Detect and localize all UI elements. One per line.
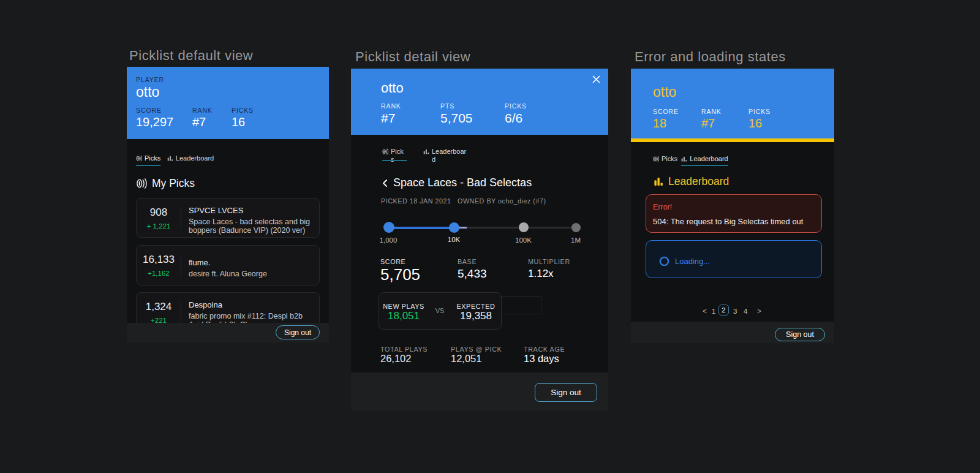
slider-stop-100k[interactable] xyxy=(519,222,529,232)
slider-stop-1000[interactable] xyxy=(383,222,394,233)
pagination-page-1[interactable]: 1 xyxy=(712,308,715,315)
track-age-label: TRACK AGE xyxy=(524,346,565,353)
back-chevron-icon[interactable] xyxy=(381,179,389,187)
player-header-card: otto RANK #7 PTS 5,705 PICKS 6/6 xyxy=(351,69,608,135)
rank-label: RANK xyxy=(381,102,401,110)
sign-out-button[interactable]: Sign out xyxy=(276,325,320,339)
compare-box: NEW PLAYS 18,051 VS EXPECTED 19,358 xyxy=(379,292,502,330)
pts-label: PTS xyxy=(440,102,454,110)
slider-label-10k: 10K xyxy=(448,236,460,243)
player-label: PLAYER xyxy=(136,76,164,83)
pagination-page-2-active[interactable]: 2 xyxy=(718,305,729,316)
track-detail-title: Space Laces - Bad Selectas xyxy=(393,176,532,189)
panel1-footer: Sign out xyxy=(127,323,329,342)
score-value: 18 xyxy=(653,116,666,131)
slider-handle-10k[interactable] xyxy=(449,222,459,233)
track-age-value: 13 days xyxy=(524,353,559,365)
player-name: otto xyxy=(136,84,159,100)
spinner-icon xyxy=(659,256,669,267)
active-tab-underline xyxy=(382,160,407,162)
multiplier-value: 1.12x xyxy=(528,268,554,280)
sign-out-button[interactable]: Sign out xyxy=(535,383,597,402)
pick-title-line: Space Laces - bad selectas and big xyxy=(189,218,310,227)
picklist-detail-panel: otto RANK #7 PTS 5,705 PICKS 6/6 xyxy=(351,69,608,411)
slider-label-1m: 1M xyxy=(571,236,581,244)
bar-chart-icon xyxy=(167,155,173,163)
panel1-title: Picklist default view xyxy=(129,48,253,64)
design-canvas: Picklist default view Picklist detail vi… xyxy=(0,0,980,473)
pagination-prev[interactable]: < xyxy=(703,307,707,316)
my-picks-heading: My Picks xyxy=(136,177,195,190)
pick-card-2[interactable]: 16,133 +1,162 flume. desire ft. Aluna Ge… xyxy=(136,245,320,286)
player-header-card: PLAYER otto SCORE 19,297 RANK #7 PICKS 1… xyxy=(127,67,329,139)
slider-label-1000: 1,000 xyxy=(380,236,398,244)
tab-picks[interactable]: Picks xyxy=(382,148,407,164)
multiplier-label: MULTIPLIER xyxy=(528,258,570,265)
pagination-page-3[interactable]: 3 xyxy=(733,308,737,315)
pts-value: 5,705 xyxy=(440,111,473,126)
pick-artist: SPVCE LVCES xyxy=(189,206,310,215)
radio-waves-icon xyxy=(136,155,142,163)
new-plays-label: NEW PLAYS xyxy=(383,303,424,310)
pagination-next[interactable]: > xyxy=(757,307,761,316)
tab-leaderboard-label: Leaderboard xyxy=(432,148,468,164)
tab-bar: Picks Leaderboard xyxy=(136,154,214,166)
bar-chart-icon xyxy=(681,156,687,164)
rank-value: #7 xyxy=(192,115,206,129)
error-title: Error! xyxy=(653,203,672,211)
total-plays-label: TOTAL PLAYS xyxy=(380,346,428,353)
panel2-footer: Sign out xyxy=(351,373,608,411)
panel3-title: Error and loading states xyxy=(635,49,786,65)
tab-leaderboard-label: Leaderboard xyxy=(690,155,728,162)
tab-picks[interactable]: Picks xyxy=(136,154,160,166)
loading-label: Loading... xyxy=(675,257,710,266)
pick-title-line: boppers (Badunce VIP) (2020 ver) xyxy=(189,227,310,235)
tab-leaderboard-label: Leaderboard xyxy=(176,154,214,162)
rank-label: RANK xyxy=(701,108,722,115)
panel2-title: Picklist detail view xyxy=(355,49,470,65)
picks-label: PICKS xyxy=(505,102,527,110)
tab-bar: Picks Leaderboard xyxy=(653,155,728,167)
plays-at-pick-value: 12,051 xyxy=(451,353,481,365)
pick-artist: Despoina xyxy=(189,300,303,309)
pick-delta: +1,162 xyxy=(148,270,170,277)
tab-picks[interactable]: Picks xyxy=(653,155,677,167)
vs-label: VS xyxy=(435,307,444,314)
pick-card-1[interactable]: 908 + 1,221 SPVCE LVCES Space Laces - ba… xyxy=(136,198,320,238)
score-label: SCORE xyxy=(136,107,162,114)
expected-label: EXPECTED xyxy=(457,303,496,310)
radio-waves-icon xyxy=(382,148,388,156)
pagination-page-4[interactable]: 4 xyxy=(744,308,747,315)
tab-bar: Picks Leaderboard xyxy=(382,148,468,164)
expected-value: 19,358 xyxy=(460,310,492,322)
error-loading-panel: otto SCORE 18 RANK #7 PICKS 16 Picks xyxy=(631,69,834,343)
error-banner: Error! 504: The request to Big Selectas … xyxy=(646,194,822,233)
base-label: BASE xyxy=(458,258,477,265)
my-picks-title: My Picks xyxy=(152,177,195,190)
tab-leaderboard[interactable]: Leaderboard xyxy=(423,148,468,164)
bar-chart-icon xyxy=(654,176,663,187)
pick-score: 16,133 xyxy=(143,254,175,266)
player-name: otto xyxy=(381,80,404,96)
radio-waves-icon xyxy=(653,156,659,164)
rank-value: #7 xyxy=(381,111,395,126)
picks-value: 16 xyxy=(748,116,762,131)
tab-leaderboard[interactable]: Leaderboard xyxy=(681,155,728,167)
tab-picks-label: Picks xyxy=(391,148,407,164)
tab-leaderboard[interactable]: Leaderboard xyxy=(167,154,214,166)
pick-artist: flume. xyxy=(189,258,267,267)
close-icon[interactable] xyxy=(592,75,601,84)
tab-picks-label: Picks xyxy=(662,155,677,162)
picks-label: PICKS xyxy=(232,107,254,114)
player-header-card: otto SCORE 18 RANK #7 PICKS 16 xyxy=(631,69,834,138)
new-plays-value: 18,051 xyxy=(388,310,420,322)
sign-out-button[interactable]: Sign out xyxy=(775,328,825,341)
score-label: SCORE xyxy=(653,108,679,115)
tab-picks-label: Picks xyxy=(145,154,160,162)
radio-waves-icon xyxy=(136,178,147,189)
header-accent-bar xyxy=(631,138,834,142)
pick-title-line: fabric promo mix #112: Despi b2b xyxy=(189,312,303,321)
pick-score: 1,324 xyxy=(146,301,172,313)
pick-title-line: desire ft. Aluna George xyxy=(189,270,267,279)
slider-stop-1m[interactable] xyxy=(571,223,581,232)
